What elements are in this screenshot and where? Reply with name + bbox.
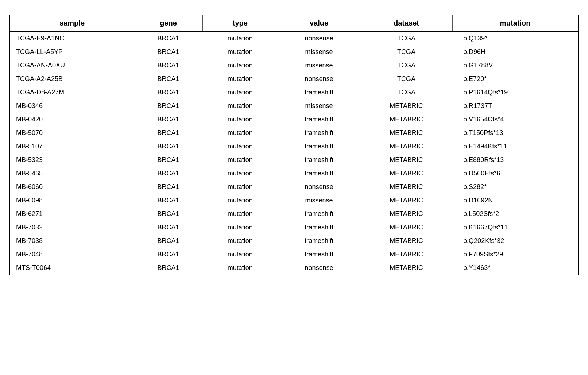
cell-gene: BRCA1 bbox=[134, 86, 203, 99]
cell-gene: BRCA1 bbox=[134, 113, 203, 126]
cell-sample: MB-5107 bbox=[10, 140, 134, 153]
cell-dataset: TCGA bbox=[360, 45, 452, 59]
cell-sample: MB-6098 bbox=[10, 194, 134, 207]
table-row: TCGA-D8-A27MBRCA1mutationframeshiftTCGAp… bbox=[10, 86, 578, 99]
cell-value: frameshift bbox=[278, 153, 360, 167]
cell-sample: TCGA-AN-A0XU bbox=[10, 59, 134, 72]
cell-value: frameshift bbox=[278, 140, 360, 153]
table-row: MB-7038BRCA1mutationframeshiftMETABRICp.… bbox=[10, 234, 578, 248]
cell-sample: TCGA-D8-A27M bbox=[10, 86, 134, 99]
cell-value: missense bbox=[278, 59, 360, 72]
cell-value: nonsense bbox=[278, 31, 360, 45]
cell-dataset: TCGA bbox=[360, 31, 452, 45]
table-row: MB-7048BRCA1mutationframeshiftMETABRICp.… bbox=[10, 248, 578, 261]
cell-sample: MB-5465 bbox=[10, 167, 134, 180]
cell-type: mutation bbox=[202, 140, 278, 153]
cell-dataset: TCGA bbox=[360, 59, 452, 72]
cell-sample: MB-7032 bbox=[10, 221, 134, 234]
cell-value: frameshift bbox=[278, 113, 360, 126]
cell-type: mutation bbox=[202, 248, 278, 261]
cell-dataset: METABRIC bbox=[360, 221, 452, 234]
cell-sample: MB-5070 bbox=[10, 126, 134, 140]
cell-gene: BRCA1 bbox=[134, 167, 203, 180]
cell-mutation: p.T150Pfs*13 bbox=[452, 126, 578, 140]
cell-dataset: METABRIC bbox=[360, 126, 452, 140]
cell-sample: TCGA-LL-A5YP bbox=[10, 45, 134, 59]
cell-sample: MB-0420 bbox=[10, 113, 134, 126]
cell-gene: BRCA1 bbox=[134, 140, 203, 153]
table-row: TCGA-A2-A25BBRCA1mutationnonsenseTCGAp.E… bbox=[10, 72, 578, 86]
cell-type: mutation bbox=[202, 167, 278, 180]
cell-value: frameshift bbox=[278, 221, 360, 234]
table-row: MB-5465BRCA1mutationframeshiftMETABRICp.… bbox=[10, 167, 578, 180]
cell-type: mutation bbox=[202, 126, 278, 140]
col-header-value[interactable]: value bbox=[278, 15, 360, 31]
cell-dataset: METABRIC bbox=[360, 99, 452, 113]
table-row: MB-0346BRCA1mutationmissenseMETABRICp.R1… bbox=[10, 99, 578, 113]
col-header-type[interactable]: type bbox=[202, 15, 278, 31]
cell-gene: BRCA1 bbox=[134, 45, 203, 59]
cell-gene: BRCA1 bbox=[134, 31, 203, 45]
table-row: TCGA-AN-A0XUBRCA1mutationmissenseTCGAp.G… bbox=[10, 59, 578, 72]
cell-value: frameshift bbox=[278, 86, 360, 99]
cell-value: missense bbox=[278, 194, 360, 207]
cell-mutation: p.F709Sfs*29 bbox=[452, 248, 578, 261]
cell-value: nonsense bbox=[278, 261, 360, 275]
cell-type: mutation bbox=[202, 194, 278, 207]
cell-gene: BRCA1 bbox=[134, 180, 203, 194]
cell-type: mutation bbox=[202, 113, 278, 126]
col-header-gene[interactable]: gene bbox=[134, 15, 203, 31]
cell-dataset: METABRIC bbox=[360, 248, 452, 261]
table-header-row: sample gene type value dataset mutation bbox=[10, 15, 578, 31]
cell-value: nonsense bbox=[278, 180, 360, 194]
cell-sample: MB-5323 bbox=[10, 153, 134, 167]
data-table-container: sample gene type value dataset mutation … bbox=[9, 15, 579, 275]
col-header-sample[interactable]: sample bbox=[10, 15, 134, 31]
cell-mutation: p.S282* bbox=[452, 180, 578, 194]
cell-mutation: p.D560Efs*6 bbox=[452, 167, 578, 180]
col-header-dataset[interactable]: dataset bbox=[360, 15, 452, 31]
cell-mutation: p.K1667Qfs*11 bbox=[452, 221, 578, 234]
table-row: MB-0420BRCA1mutationframeshiftMETABRICp.… bbox=[10, 113, 578, 126]
table-row: MB-5323BRCA1mutationframeshiftMETABRICp.… bbox=[10, 153, 578, 167]
cell-type: mutation bbox=[202, 31, 278, 45]
cell-sample: MB-6060 bbox=[10, 180, 134, 194]
cell-sample: TCGA-A2-A25B bbox=[10, 72, 134, 86]
cell-dataset: TCGA bbox=[360, 72, 452, 86]
cell-type: mutation bbox=[202, 72, 278, 86]
cell-mutation: p.Q139* bbox=[452, 31, 578, 45]
cell-value: frameshift bbox=[278, 167, 360, 180]
cell-type: mutation bbox=[202, 59, 278, 72]
table-row: MB-6060BRCA1mutationnonsenseMETABRICp.S2… bbox=[10, 180, 578, 194]
cell-type: mutation bbox=[202, 180, 278, 194]
cell-type: mutation bbox=[202, 261, 278, 275]
cell-type: mutation bbox=[202, 221, 278, 234]
cell-type: mutation bbox=[202, 153, 278, 167]
cell-dataset: METABRIC bbox=[360, 113, 452, 126]
cell-mutation: p.Y1463* bbox=[452, 261, 578, 275]
table-row: MB-7032BRCA1mutationframeshiftMETABRICp.… bbox=[10, 221, 578, 234]
cell-type: mutation bbox=[202, 234, 278, 248]
cell-value: nonsense bbox=[278, 72, 360, 86]
table-row: TCGA-E9-A1NCBRCA1mutationnonsenseTCGAp.Q… bbox=[10, 31, 578, 45]
cell-mutation: p.Q202Kfs*32 bbox=[452, 234, 578, 248]
cell-gene: BRCA1 bbox=[134, 72, 203, 86]
cell-mutation: p.E1494Kfs*11 bbox=[452, 140, 578, 153]
table-row: TCGA-LL-A5YPBRCA1mutationmissenseTCGAp.D… bbox=[10, 45, 578, 59]
cell-mutation: p.E720* bbox=[452, 72, 578, 86]
col-header-mutation[interactable]: mutation bbox=[452, 15, 578, 31]
cell-sample: MB-7048 bbox=[10, 248, 134, 261]
cell-dataset: METABRIC bbox=[360, 167, 452, 180]
cell-dataset: METABRIC bbox=[360, 180, 452, 194]
cell-value: missense bbox=[278, 45, 360, 59]
cell-value: frameshift bbox=[278, 207, 360, 221]
cell-dataset: METABRIC bbox=[360, 194, 452, 207]
cell-gene: BRCA1 bbox=[134, 153, 203, 167]
cell-gene: BRCA1 bbox=[134, 126, 203, 140]
cell-mutation: p.D1692N bbox=[452, 194, 578, 207]
cell-mutation: p.G1788V bbox=[452, 59, 578, 72]
cell-mutation: p.L502Sfs*2 bbox=[452, 207, 578, 221]
cell-dataset: METABRIC bbox=[360, 261, 452, 275]
cell-gene: BRCA1 bbox=[134, 221, 203, 234]
cell-type: mutation bbox=[202, 207, 278, 221]
